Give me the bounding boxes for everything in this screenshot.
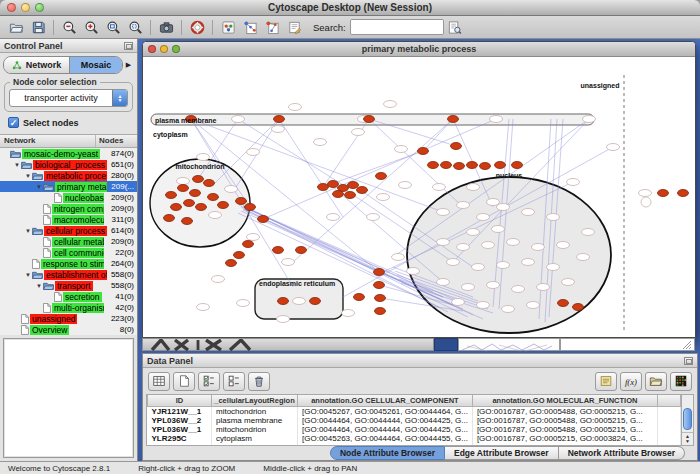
highlighted-gene-node[interactable] [375,308,386,315]
float-panel-icon[interactable] [124,42,133,50]
table-row[interactable]: YJR121W__1mitochondrion[GO:0045267, GO:0… [148,407,681,417]
gene-node[interactable] [497,204,510,211]
gene-node[interactable] [327,214,340,221]
highlighted-gene-node[interactable] [328,181,339,188]
gene-node[interactable] [477,214,490,221]
tab-node-attribute-browser[interactable]: Node Attribute Browser [330,446,445,460]
highlighted-gene-node[interactable] [357,187,368,194]
cell[interactable]: mitochondrion [212,425,298,434]
gene-node[interactable] [472,264,485,271]
gene-node[interactable] [433,184,446,191]
background-window-canvas[interactable] [458,338,560,351]
tree-expand-arrow-icon[interactable]: ▼ [35,283,43,289]
gene-node[interactable] [482,242,495,249]
tree-row-establishment-of-lo[interactable]: ▼establishment of lo558(0) [0,269,137,280]
highlighted-gene-node[interactable] [354,294,365,301]
tab-network[interactable]: Network [4,57,69,73]
gene-node[interactable] [522,259,535,266]
highlighted-gene-node[interactable] [245,204,256,211]
gene-node[interactable] [487,199,500,206]
gene-node[interactable] [532,244,545,251]
tree-row-secretion[interactable]: secretion41(0) [0,291,137,302]
zoom-button[interactable] [35,3,44,12]
float-data-panel-icon[interactable] [684,357,693,365]
highlighted-gene-node[interactable] [448,116,459,123]
tree-row-biological-process[interactable]: ▼biological_process651(0) [0,159,137,170]
highlighted-gene-node[interactable] [184,200,195,207]
cell[interactable]: plasma membrane [212,416,298,425]
gene-node[interactable] [209,212,222,219]
tree-expand-arrow-icon[interactable]: ▼ [13,162,21,168]
gene-node[interactable] [567,179,580,186]
select-nodes-checkbox[interactable]: ✓ [8,117,19,128]
table-row[interactable]: YPL036W__1mitochondrion[GO:0044464, GO:0… [148,425,681,434]
gene-node[interactable] [462,284,475,291]
cell[interactable]: [GO:0016787, GO:0005215, GO:0003824, G..… [472,434,657,443]
gene-node[interactable] [477,302,490,309]
tree-column-network[interactable]: Network [0,135,96,147]
minimize-button[interactable] [21,3,30,12]
cell[interactable]: [GO:0044464, GO:0044444, GO:0044425, G..… [298,425,473,434]
gene-node[interactable] [272,126,285,133]
network-canvas[interactable]: plasma membranecytoplasmmitochondrionnuc… [143,57,695,337]
gene-node[interactable] [447,259,460,266]
gene-node[interactable] [377,194,390,201]
gene-node[interactable] [342,310,355,317]
resize-grip-icon[interactable] [681,339,693,350]
gene-node[interactable] [277,316,290,323]
search-input[interactable] [351,20,444,34]
table-scrollbar[interactable]: ▲▼ [681,395,693,445]
gene-node[interactable] [497,262,510,269]
cell[interactable]: [GO:0016787, GO:0005488, GO:0005215, G..… [472,407,657,417]
zoom-fit-button[interactable] [102,18,124,37]
zoom-out-button[interactable] [58,18,80,37]
network-minimize-button[interactable] [160,45,168,53]
tab-network-attribute-browser[interactable]: Network Attribute Browser [559,446,685,460]
highlighted-gene-node[interactable] [441,162,452,169]
gene-node[interactable] [367,214,380,221]
gene-node[interactable] [562,279,575,286]
tree-header[interactable]: Network Nodes [0,134,137,148]
delete-attribute-button[interactable] [248,372,270,391]
highlighted-gene-node[interactable] [243,241,254,248]
cell[interactable] [657,434,680,443]
cell[interactable]: [GO:0016787, GO:0005488, GO:0005215, G..… [472,425,657,434]
cell[interactable]: YPL036W__1 [148,425,212,434]
tree-row-cellular-metabo[interactable]: cellular metabo209(0) [0,236,137,247]
highlighted-gene-node[interactable] [204,180,215,187]
gene-node[interactable] [237,300,250,307]
unselect-attributes-button[interactable] [223,372,245,391]
import-attributes-button[interactable] [645,372,667,391]
gene-node[interactable] [522,209,535,216]
gene-node[interactable] [247,234,260,241]
tree-row-nucleobase-[interactable]: nucleobase-209(0) [0,192,137,203]
gene-node[interactable] [507,239,520,246]
highlighted-gene-node[interactable] [226,260,237,267]
tree-expand-arrow-icon[interactable]: ▼ [24,173,32,179]
gene-node[interactable] [583,116,596,123]
highlighted-gene-node[interactable] [234,252,245,259]
open-file-button[interactable] [5,18,27,37]
highlighted-gene-node[interactable] [428,162,439,169]
tree-row-overview[interactable]: Overview8(0) [0,324,137,335]
tree-expand-arrow-icon[interactable]: ▼ [24,228,32,234]
network-close-button[interactable] [148,45,156,53]
gene-node[interactable] [512,286,525,293]
highlighted-gene-node[interactable] [512,162,523,169]
gene-node[interactable] [392,254,405,261]
table-row[interactable]: YLR295Ccytoplasm[GO:0045263, GO:0044464,… [148,434,681,443]
cell[interactable] [657,425,680,434]
search-config-button[interactable] [444,18,466,37]
highlighted-gene-node[interactable] [196,204,207,211]
zoom-in-button[interactable] [80,18,102,37]
gene-node[interactable] [197,304,210,311]
formula-builder-button[interactable]: f(x) [620,372,642,391]
highlighted-gene-node[interactable] [495,162,506,169]
gene-node[interactable] [437,239,450,246]
node-color-dropdown[interactable]: transporter activity ▲▼ [9,89,128,107]
scrollbar-thumb[interactable] [683,408,692,430]
tree-row-nitrogen-compo[interactable]: nitrogen compo209(0) [0,203,137,214]
gene-node[interactable] [487,282,500,289]
column-header--cellularlayoutregion[interactable]: _cellularLayoutRegion [212,395,298,407]
gene-node[interactable] [582,229,595,236]
